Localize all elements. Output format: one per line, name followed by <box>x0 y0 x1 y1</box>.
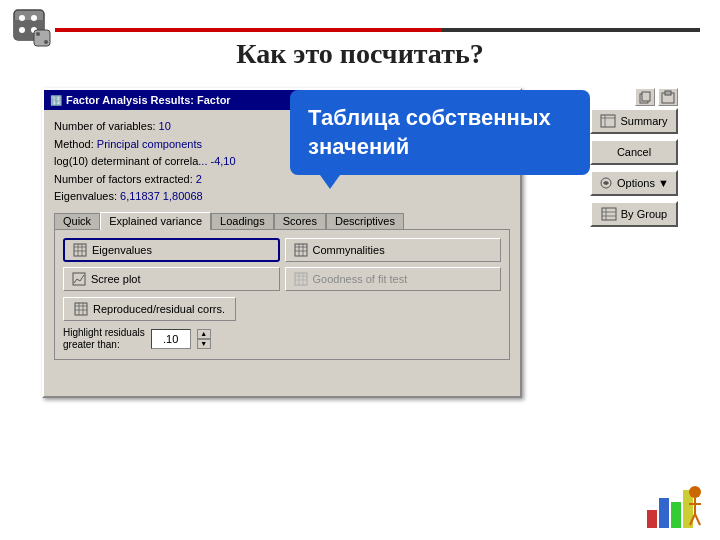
bottom-decoration <box>645 480 705 530</box>
svg-rect-42 <box>647 510 657 528</box>
tooltip-text: Таблица собственных значений <box>308 105 551 159</box>
highlight-label: Highlight residualsgreater than: <box>63 327 145 351</box>
paste-icon <box>661 90 675 104</box>
svg-rect-44 <box>671 502 681 528</box>
svg-rect-43 <box>659 498 669 528</box>
highlight-residuals-row: Highlight residualsgreater than: .10 ▲ ▼ <box>63 327 501 351</box>
svg-point-3 <box>31 15 37 21</box>
options-label: Options ▼ <box>617 177 669 189</box>
svg-rect-20 <box>295 273 307 285</box>
tab-quick[interactable]: Quick <box>54 213 100 229</box>
factors-value: 2 <box>196 173 202 185</box>
svg-point-7 <box>36 32 40 36</box>
svg-point-4 <box>19 27 25 33</box>
spin-up-button[interactable]: ▲ <box>197 329 211 339</box>
tab-loadings[interactable]: Loadings <box>211 213 274 229</box>
grid-icon-reproduced <box>74 302 88 316</box>
svg-rect-19 <box>73 273 85 285</box>
tabs-row: Quick Explained variance Loadings Scores… <box>54 212 510 229</box>
cancel-label: Cancel <box>617 146 651 158</box>
method-value: Principal components <box>97 138 202 150</box>
grid-icon-commynalities <box>294 243 308 257</box>
options-icon <box>599 176 613 190</box>
titlebar-title-area: 🔢 Factor Analysis Results: Factor <box>50 94 231 106</box>
scree-plot-label: Scree plot <box>91 273 141 285</box>
reproduced-button[interactable]: Reproduced/residual corrs. <box>63 297 236 321</box>
paste-icon-area <box>590 88 678 108</box>
tab-panel: Eigenvalues Commynalities <box>54 229 510 360</box>
by-group-button[interactable]: By Group <box>590 201 678 227</box>
summary-label: Summary <box>620 115 667 127</box>
reproduced-row: Reproduced/residual corrs. <box>63 297 501 321</box>
variables-value: 10 <box>159 120 171 132</box>
svg-rect-34 <box>601 115 615 127</box>
copy-icon-button[interactable] <box>635 88 655 106</box>
chart-icon-scree <box>72 272 86 286</box>
svg-rect-14 <box>295 244 307 256</box>
eigenvalues-value: 6,11837 1,80068 <box>120 190 203 202</box>
paste-icon-button[interactable] <box>658 88 678 106</box>
summary-button[interactable]: Summary <box>590 108 678 134</box>
goodness-of-fit-button[interactable]: Goodness of fit test <box>285 267 502 291</box>
svg-rect-9 <box>74 244 86 256</box>
titlebar-icon: 🔢 <box>50 95 62 106</box>
right-sidebar: Summary Cancel Options ▼ By Group <box>590 108 678 227</box>
commynalities-label: Commynalities <box>313 244 385 256</box>
slide: Как это посчитать? Таблица собственных з… <box>0 0 720 540</box>
spin-down-button[interactable]: ▼ <box>197 339 211 349</box>
scree-plot-button[interactable]: Scree plot <box>63 267 280 291</box>
svg-point-46 <box>689 486 701 498</box>
svg-rect-31 <box>642 92 650 101</box>
top-decorative-line <box>55 28 700 32</box>
spin-arrows: ▲ ▼ <box>197 329 211 349</box>
tab-scores[interactable]: Scores <box>274 213 326 229</box>
tab-descriptives[interactable]: Descriptives <box>326 213 404 229</box>
goodness-of-fit-label: Goodness of fit test <box>313 273 408 285</box>
svg-rect-33 <box>665 91 671 95</box>
by-group-label: By Group <box>621 208 667 220</box>
tooltip-bubble: Таблица собственных значений <box>290 90 590 175</box>
commynalities-button[interactable]: Commynalities <box>285 238 502 262</box>
reproduced-label: Reproduced/residual corrs. <box>93 303 225 315</box>
options-button[interactable]: Options ▼ <box>590 170 678 196</box>
info-line-5: Eigenvalues: 6,11837 1,80068 <box>54 188 510 206</box>
svg-point-2 <box>19 15 25 21</box>
page-title: Как это посчитать? <box>0 38 720 70</box>
eigenvalues-button[interactable]: Eigenvalues <box>63 238 280 262</box>
tab-explained-variance[interactable]: Explained variance <box>100 212 211 230</box>
grid-icon-eigenvalues <box>73 243 87 257</box>
spinbox-value[interactable]: .10 <box>151 329 191 349</box>
svg-rect-38 <box>602 208 616 220</box>
cancel-button[interactable]: Cancel <box>590 139 678 165</box>
dialog-title: Factor Analysis Results: Factor <box>66 94 231 106</box>
svg-line-50 <box>695 514 700 525</box>
copy-icon <box>638 90 652 104</box>
svg-rect-25 <box>75 303 87 315</box>
eigenvalues-label: Eigenvalues <box>92 244 152 256</box>
grid-icon-goodness <box>294 272 308 286</box>
by-group-icon <box>601 207 617 221</box>
determinant-value: ... <box>198 155 207 167</box>
summary-icon <box>600 114 616 128</box>
button-grid: Eigenvalues Commynalities <box>63 238 501 291</box>
